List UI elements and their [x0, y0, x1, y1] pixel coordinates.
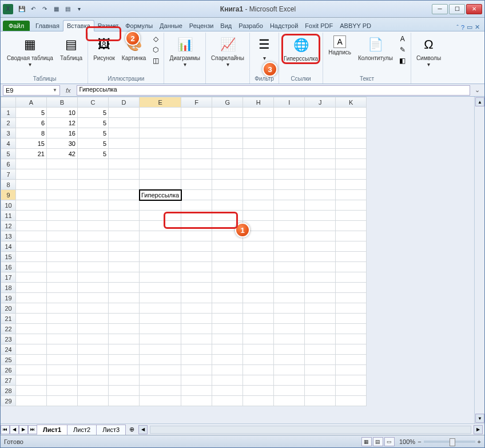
cell[interactable]: [336, 211, 367, 221]
cell[interactable]: [305, 252, 336, 262]
vertical-scrollbar[interactable]: ▲ ▼: [474, 97, 484, 423]
row-header[interactable]: 19: [1, 293, 16, 303]
row-header[interactable]: 5: [1, 149, 16, 159]
cell[interactable]: [336, 365, 367, 375]
cell[interactable]: [243, 324, 274, 334]
row-header[interactable]: 22: [1, 324, 16, 334]
cell[interactable]: [47, 180, 78, 190]
cell[interactable]: Гиперссылка: [140, 190, 181, 200]
cell[interactable]: 5: [78, 108, 109, 118]
col-header[interactable]: C: [78, 97, 109, 108]
cell[interactable]: [274, 303, 305, 314]
cell[interactable]: [274, 344, 305, 355]
cell[interactable]: [109, 334, 140, 344]
cell[interactable]: [305, 293, 336, 303]
cell[interactable]: [47, 314, 78, 324]
cell[interactable]: [336, 314, 367, 324]
cell[interactable]: [274, 241, 305, 252]
cell[interactable]: [305, 314, 336, 324]
cell[interactable]: [16, 272, 47, 283]
cell[interactable]: [243, 180, 274, 190]
qa-item[interactable]: ▦: [51, 4, 61, 14]
cell[interactable]: [212, 375, 243, 386]
cell[interactable]: 8: [16, 128, 47, 138]
cell[interactable]: [181, 190, 212, 200]
cell[interactable]: [78, 169, 109, 180]
tab-главная[interactable]: Главная: [32, 21, 63, 31]
cell[interactable]: [140, 108, 181, 118]
cell[interactable]: [78, 355, 109, 365]
cell[interactable]: [274, 262, 305, 272]
cell[interactable]: [336, 128, 367, 138]
row-header[interactable]: 6: [1, 159, 16, 169]
row-header[interactable]: 4: [1, 138, 16, 149]
scroll-right-icon[interactable]: ▶: [474, 425, 483, 434]
cell[interactable]: [78, 293, 109, 303]
cell[interactable]: [243, 334, 274, 344]
cell[interactable]: [212, 334, 243, 344]
scroll-up-icon[interactable]: ▲: [475, 97, 484, 106]
cell[interactable]: [212, 386, 243, 396]
cell[interactable]: [109, 314, 140, 324]
screenshot-icon[interactable]: ◫: [150, 55, 161, 66]
cell[interactable]: [243, 200, 274, 211]
qa-item[interactable]: ▤: [62, 4, 73, 14]
cell[interactable]: [16, 344, 47, 355]
cell[interactable]: [78, 262, 109, 272]
cell[interactable]: [47, 262, 78, 272]
row-header[interactable]: 2: [1, 118, 16, 128]
cell[interactable]: [47, 241, 78, 252]
cell[interactable]: [78, 200, 109, 211]
cell[interactable]: [243, 108, 274, 118]
tab-вид[interactable]: Вид: [217, 21, 235, 31]
cell[interactable]: [109, 241, 140, 252]
cell[interactable]: [305, 344, 336, 355]
col-header[interactable]: H: [243, 97, 274, 108]
horizontal-scrollbar[interactable]: ◀ ▶: [138, 425, 484, 435]
cell[interactable]: [109, 138, 140, 149]
cell[interactable]: [212, 355, 243, 365]
cell[interactable]: [78, 221, 109, 231]
cell[interactable]: [305, 128, 336, 138]
cell[interactable]: [140, 128, 181, 138]
cell[interactable]: [16, 231, 47, 241]
cell[interactable]: [212, 262, 243, 272]
cell[interactable]: [109, 386, 140, 396]
cell[interactable]: [305, 303, 336, 314]
cell[interactable]: [140, 334, 181, 344]
cell[interactable]: [109, 252, 140, 262]
name-box[interactable]: E9▼: [3, 85, 60, 96]
cell[interactable]: [140, 386, 181, 396]
cell[interactable]: [212, 241, 243, 252]
tab-рецензи[interactable]: Рецензи: [186, 21, 217, 31]
tab-формулы[interactable]: Формулы: [122, 21, 156, 31]
cell[interactable]: [78, 375, 109, 386]
cell[interactable]: [109, 180, 140, 190]
save-icon[interactable]: 💾: [17, 4, 27, 14]
cell[interactable]: [47, 190, 78, 200]
cell[interactable]: [243, 396, 274, 406]
cell[interactable]: [140, 375, 181, 386]
cell[interactable]: [181, 375, 212, 386]
cell[interactable]: [181, 314, 212, 324]
cell[interactable]: [274, 221, 305, 231]
cell[interactable]: [305, 190, 336, 200]
cell[interactable]: [16, 283, 47, 293]
cell[interactable]: [243, 272, 274, 283]
row-header[interactable]: 12: [1, 221, 16, 231]
formula-input[interactable]: Гиперссылка: [77, 85, 470, 96]
row-header[interactable]: 15: [1, 252, 16, 262]
cell[interactable]: [140, 324, 181, 334]
cell[interactable]: [212, 314, 243, 324]
cell[interactable]: [336, 231, 367, 241]
cell[interactable]: [181, 128, 212, 138]
cell[interactable]: [47, 252, 78, 262]
cell[interactable]: [47, 169, 78, 180]
ribbon-minimize-icon[interactable]: ˆ: [456, 24, 459, 31]
cell[interactable]: [16, 159, 47, 169]
cell[interactable]: [109, 303, 140, 314]
cell[interactable]: [78, 241, 109, 252]
cell[interactable]: [140, 396, 181, 406]
page-break-icon[interactable]: ▭: [384, 437, 395, 446]
cell[interactable]: [78, 324, 109, 334]
